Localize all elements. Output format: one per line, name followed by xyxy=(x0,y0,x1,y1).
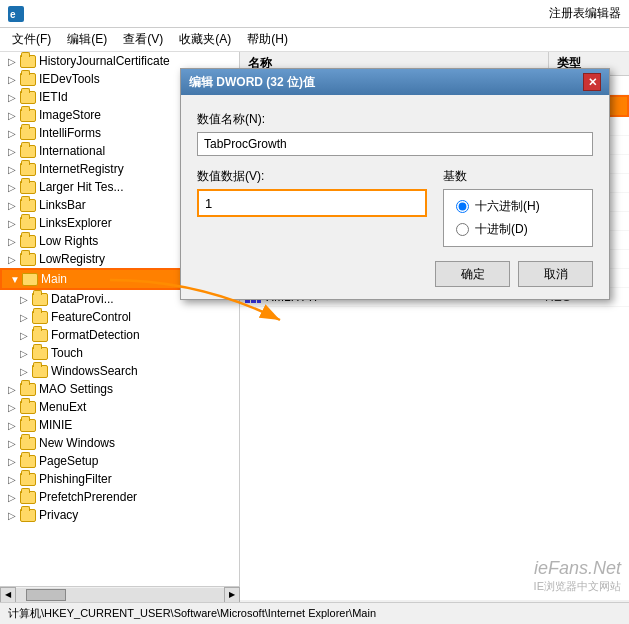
folder-icon xyxy=(20,401,36,414)
folder-open-icon xyxy=(22,273,38,286)
expand-arrow: ▷ xyxy=(20,294,30,304)
folder-icon xyxy=(20,199,36,212)
dialog-close-button[interactable]: ✕ xyxy=(583,73,601,91)
tree-scrollbar[interactable]: ◀ ▶ xyxy=(0,586,240,602)
folder-icon xyxy=(20,55,36,68)
dialog-data-label: 数值数据(V): xyxy=(197,168,427,185)
folder-icon xyxy=(20,127,36,140)
dialog-titlebar: 编辑 DWORD (32 位)值 ✕ xyxy=(181,69,609,95)
folder-icon xyxy=(20,73,36,86)
svg-text:e: e xyxy=(10,9,16,20)
folder-icon xyxy=(32,347,48,360)
expand-arrow: ▼ xyxy=(10,274,20,284)
radio-group: 十六进制(H) 十进制(D) xyxy=(443,189,593,247)
folder-icon xyxy=(20,491,36,504)
dialog-ok-button[interactable]: 确定 xyxy=(435,261,510,287)
title-bar: e 注册表编辑器 xyxy=(0,0,629,28)
tree-item-menuext[interactable]: ▷ MenuExt xyxy=(0,398,239,416)
folder-icon xyxy=(20,217,36,230)
dialog-name-label: 数值名称(N): xyxy=(197,111,593,128)
menu-favorites[interactable]: 收藏夹(A) xyxy=(171,29,239,50)
folder-icon xyxy=(20,473,36,486)
expand-arrow: ▷ xyxy=(8,92,18,102)
expand-arrow: ▷ xyxy=(8,492,18,502)
radio-hex-input[interactable] xyxy=(456,200,469,213)
dialog-cancel-button[interactable]: 取消 xyxy=(518,261,593,287)
tree-item-minie[interactable]: ▷ MINIE xyxy=(0,416,239,434)
folder-icon xyxy=(20,253,36,266)
tree-item-pagesetup[interactable]: ▷ PageSetup xyxy=(0,452,239,470)
dialog-buttons: 确定 取消 xyxy=(197,261,593,287)
folder-icon xyxy=(20,163,36,176)
tree-item-prefetchprerender[interactable]: ▷ PrefetchPrerender xyxy=(0,488,239,506)
expand-arrow: ▷ xyxy=(8,384,18,394)
dialog-body: 数值名称(N): 数值数据(V): 基数 十六进制(H) xyxy=(181,95,609,299)
scroll-left-btn[interactable]: ◀ xyxy=(0,587,16,603)
expand-arrow: ▷ xyxy=(8,128,18,138)
expand-arrow: ▷ xyxy=(8,254,18,264)
folder-icon xyxy=(20,145,36,158)
expand-arrow: ▷ xyxy=(8,200,18,210)
expand-arrow: ▷ xyxy=(8,474,18,484)
expand-arrow: ▷ xyxy=(8,146,18,156)
expand-arrow: ▷ xyxy=(20,366,30,376)
dialog: 编辑 DWORD (32 位)值 ✕ 数值名称(N): 数值数据(V): 基数 … xyxy=(180,68,610,300)
folder-icon xyxy=(20,383,36,396)
app-icon: e xyxy=(8,6,24,22)
expand-arrow: ▷ xyxy=(8,182,18,192)
tree-item-newwindows[interactable]: ▷ New Windows xyxy=(0,434,239,452)
menu-edit[interactable]: 编辑(E) xyxy=(59,29,115,50)
folder-icon xyxy=(20,419,36,432)
dialog-base-label: 基数 xyxy=(443,168,593,185)
tree-item-featurecontrol[interactable]: ▷ FeatureControl xyxy=(0,308,239,326)
menu-help[interactable]: 帮助(H) xyxy=(239,29,296,50)
folder-icon xyxy=(20,455,36,468)
folder-icon xyxy=(32,311,48,324)
expand-arrow: ▷ xyxy=(20,312,30,322)
expand-arrow: ▷ xyxy=(8,74,18,84)
radio-hex[interactable]: 十六进制(H) xyxy=(456,198,580,215)
folder-icon xyxy=(32,365,48,378)
dialog-base-section: 基数 十六进制(H) 十进制(D) xyxy=(443,168,593,247)
menu-view[interactable]: 查看(V) xyxy=(115,29,171,50)
dialog-row: 数值数据(V): 基数 十六进制(H) 十进制(D) xyxy=(197,168,593,247)
dialog-name-input[interactable] xyxy=(197,132,593,156)
folder-icon xyxy=(32,329,48,342)
expand-arrow: ▷ xyxy=(8,110,18,120)
folder-icon xyxy=(20,437,36,450)
folder-icon xyxy=(20,109,36,122)
folder-icon xyxy=(20,181,36,194)
tree-item-formatdetection[interactable]: ▷ FormatDetection xyxy=(0,326,239,344)
folder-icon xyxy=(20,509,36,522)
expand-arrow: ▷ xyxy=(8,402,18,412)
expand-arrow: ▷ xyxy=(8,510,18,520)
tree-item-touch[interactable]: ▷ Touch xyxy=(0,344,239,362)
dialog-value-section: 数值数据(V): xyxy=(197,168,427,217)
scroll-right-btn[interactable]: ▶ xyxy=(224,587,240,603)
expand-arrow: ▷ xyxy=(8,456,18,466)
expand-arrow: ▷ xyxy=(20,330,30,340)
tree-item-maosettings[interactable]: ▷ MAO Settings xyxy=(0,380,239,398)
expand-arrow: ▷ xyxy=(8,56,18,66)
menu-file[interactable]: 文件(F) xyxy=(4,29,59,50)
menu-bar: 文件(F) 编辑(E) 查看(V) 收藏夹(A) 帮助(H) xyxy=(0,28,629,52)
expand-arrow: ▷ xyxy=(8,438,18,448)
radio-dec[interactable]: 十进制(D) xyxy=(456,221,580,238)
tree-item-windowssearch[interactable]: ▷ WindowsSearch xyxy=(0,362,239,380)
status-path: 计算机\HKEY_CURRENT_USER\Software\Microsoft… xyxy=(8,606,376,621)
dialog-title: 编辑 DWORD (32 位)值 xyxy=(189,74,315,91)
expand-arrow: ▷ xyxy=(8,218,18,228)
expand-arrow: ▷ xyxy=(8,164,18,174)
title-bar-text: 注册表编辑器 xyxy=(30,5,621,22)
folder-icon xyxy=(20,235,36,248)
folder-icon xyxy=(32,293,48,306)
radio-dec-input[interactable] xyxy=(456,223,469,236)
tree-item-phishingfilter[interactable]: ▷ PhishingFilter xyxy=(0,470,239,488)
tree-item-privacy[interactable]: ▷ Privacy xyxy=(0,506,239,524)
status-bar: 计算机\HKEY_CURRENT_USER\Software\Microsoft… xyxy=(0,602,629,624)
scroll-thumb[interactable] xyxy=(26,589,66,601)
expand-arrow: ▷ xyxy=(8,236,18,246)
expand-arrow: ▷ xyxy=(20,348,30,358)
expand-arrow: ▷ xyxy=(8,420,18,430)
dialog-data-input[interactable] xyxy=(197,189,427,217)
